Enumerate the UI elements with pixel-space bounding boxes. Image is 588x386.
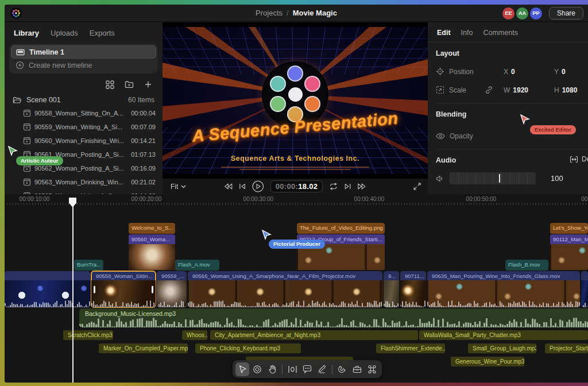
- audio-clip[interactable]: ScratchClick.mp3: [63, 330, 113, 340]
- transition-clip[interactable]: Flash_B.mov: [505, 260, 548, 271]
- timeline-ruler[interactable]: 00:00:10:0000:00:20:0000:00:30:0000:00:4…: [5, 194, 588, 206]
- tool-shortcuts[interactable]: [365, 362, 379, 376]
- volume-value: 100: [551, 174, 563, 183]
- ruler-timestamp: 00:00:30:00: [243, 196, 274, 202]
- play-button[interactable]: [252, 180, 264, 192]
- transition-clip[interactable]: Flash_A.mov: [175, 260, 219, 271]
- add-media-icon[interactable]: [144, 80, 152, 89]
- audio-clip[interactable]: City_Apartment_Ambience_at_Night.mp3: [210, 330, 418, 340]
- loop-icon[interactable]: [329, 183, 338, 190]
- title-clip[interactable]: The_Future_of_Video_Editing.png: [297, 223, 385, 234]
- speaker-icon: [436, 175, 444, 182]
- monitor-icon: [16, 49, 25, 56]
- audio-clip[interactable]: WallaWalla_Small_Party_Chatter.mp3: [419, 330, 588, 340]
- video-clip[interactable]: 9...: [384, 271, 399, 307]
- avatar-ee[interactable]: EE: [502, 7, 514, 20]
- tool-blade[interactable]: [250, 362, 264, 376]
- overlay-video-clip[interactable]: 90112_Man_M...: [550, 234, 588, 270]
- avatar-aa[interactable]: AA: [516, 7, 528, 20]
- library-clip-row[interactable]: 90558_Woman_Sitting_On_A...00:00.04: [5, 106, 163, 120]
- avatar-pp[interactable]: PP: [530, 7, 542, 20]
- prev-frame-icon[interactable]: [239, 183, 246, 190]
- position-x-field[interactable]: X0: [504, 68, 554, 76]
- tool-draw[interactable]: [315, 362, 329, 376]
- page-title: Movie Magic: [293, 9, 337, 17]
- ruler-timestamp: 00:00:20:00: [131, 196, 162, 202]
- library-tabs: LibraryUploadsExports: [5, 22, 163, 43]
- tool-toolbox[interactable]: [350, 362, 364, 376]
- audio-clip[interactable]: Small_Group_Laugh.mp3: [468, 343, 536, 353]
- library-clip-row[interactable]: 90559_Woman_Writing_A_Si...00:07.09: [5, 120, 163, 134]
- tab-comments[interactable]: Comments: [483, 29, 517, 37]
- tool-pointer[interactable]: [235, 362, 249, 376]
- new-folder-icon[interactable]: [125, 80, 134, 89]
- clip-icon: [23, 178, 31, 186]
- tool-magnet[interactable]: [335, 362, 349, 376]
- breadcrumb-projects[interactable]: Projects: [256, 9, 283, 17]
- detach-icon: [570, 156, 578, 163]
- layout-section-title: Layout: [436, 49, 588, 57]
- gradient-frame: Projects/Movie Magic EEAAPP Share Librar…: [0, 0, 588, 386]
- timecode-display: 00:00:18.02: [270, 180, 323, 192]
- clip-icon: [23, 137, 31, 145]
- timeline-item[interactable]: Timeline 1: [11, 45, 156, 59]
- audio-clip[interactable]: Whoos...: [182, 330, 207, 340]
- fit-dropdown[interactable]: Fit: [171, 183, 186, 191]
- collaborator-cursor-red: [520, 114, 530, 125]
- tool-hand[interactable]: [265, 362, 279, 376]
- library-clip-row[interactable]: 90563_Woman_Drinking_Win...00:21.02: [5, 175, 163, 189]
- video-clip[interactable]: 90565_Woman_Using_A_Smarphone_Near_A_Fil…: [188, 271, 382, 307]
- audio-clip[interactable]: Marker_On_Crumpled_Paper.mp3: [99, 343, 188, 353]
- audio-clip[interactable]: FlashShimmer_Extende...: [376, 343, 445, 353]
- grid-view-icon[interactable]: [106, 80, 114, 89]
- transition-clip[interactable]: BurnTra...: [74, 260, 103, 271]
- breadcrumb: Projects/Movie Magic: [5, 9, 588, 17]
- title-clip[interactable]: Welcome_to_S...: [129, 223, 175, 234]
- next-frame-icon[interactable]: [345, 183, 351, 190]
- volume-slider[interactable]: [450, 172, 536, 184]
- tab-edit[interactable]: Edit: [437, 29, 451, 37]
- share-button[interactable]: Share: [549, 7, 583, 20]
- video-clip[interactable]: 90558_Woman_Sittin...: [91, 271, 156, 307]
- tab-library[interactable]: Library: [14, 29, 39, 37]
- tab-exports[interactable]: Exports: [90, 29, 115, 37]
- timeline-toolbar: [233, 360, 382, 378]
- inspector-panel: EditInfoComments Layout Position X0 Y0 S…: [428, 22, 588, 194]
- position-y-field[interactable]: Y0: [554, 68, 588, 76]
- link-icon[interactable]: [485, 86, 493, 94]
- overlay-video-clip[interactable]: 90560_Woma...: [129, 234, 175, 270]
- audio-clip[interactable]: Phone_Clicking_Keyboard.mp3: [195, 343, 301, 353]
- collaborator-badge-excited-editor: Excited Editor: [530, 125, 576, 134]
- video-clip[interactable]: 90635_Man_Pouring_Wine_Into_Friends_Glas…: [427, 271, 580, 307]
- collaborator-badge-artistic-auteur: Artistic Auteur: [16, 156, 63, 165]
- library-panel: LibraryUploadsExports Timeline 1 Create …: [5, 22, 163, 194]
- skip-back-icon[interactable]: [224, 183, 233, 190]
- collaborator-badge-pictorial-producer: Pictorial Producer: [269, 240, 325, 249]
- volume-slider-handle[interactable]: [499, 174, 500, 183]
- collaborator-cursor-blue: [261, 230, 272, 241]
- tab-uploads[interactable]: Uploads: [51, 29, 78, 37]
- audio-clip[interactable]: Generous_Wine_Pour.mp3: [451, 357, 524, 366]
- detach-audio-button[interactable]: Detach: [570, 155, 588, 163]
- timeline-selector: Timeline 1 Create new timeline: [9, 44, 158, 74]
- tool-captions[interactable]: [300, 362, 314, 376]
- library-clip-row[interactable]: 90560_Woman_Finishing_Wri...00:14.21: [5, 134, 163, 148]
- scene-folder-row[interactable]: Scene 001 60 Items: [5, 92, 163, 106]
- video-clip[interactable]: 90559_...: [157, 271, 187, 307]
- video-clip[interactable]: [5, 271, 90, 307]
- video-clip[interactable]: 90711...: [400, 271, 426, 307]
- tool-trim[interactable]: [285, 362, 299, 376]
- tab-info[interactable]: Info: [461, 29, 473, 37]
- fullscreen-icon[interactable]: [413, 183, 421, 190]
- video-clip[interactable]: [581, 271, 588, 307]
- create-new-timeline[interactable]: Create new timeline: [11, 59, 156, 72]
- video-viewport[interactable]: A Sequence Presentation Sequence Arts & …: [163, 22, 428, 179]
- title-clip[interactable]: Let's_Show_Yo...: [550, 223, 588, 234]
- scale-h-field[interactable]: H1080: [554, 86, 588, 94]
- music-clip[interactable]: Background_Music-Licensed.mp3: [79, 308, 588, 327]
- audio-clip[interactable]: Projector_Start_U...: [545, 343, 588, 353]
- eye-icon: [436, 133, 445, 140]
- scene-item-count: 60 Items: [128, 96, 154, 104]
- skip-forward-icon[interactable]: [358, 183, 366, 190]
- scale-w-field[interactable]: W1920: [504, 86, 554, 94]
